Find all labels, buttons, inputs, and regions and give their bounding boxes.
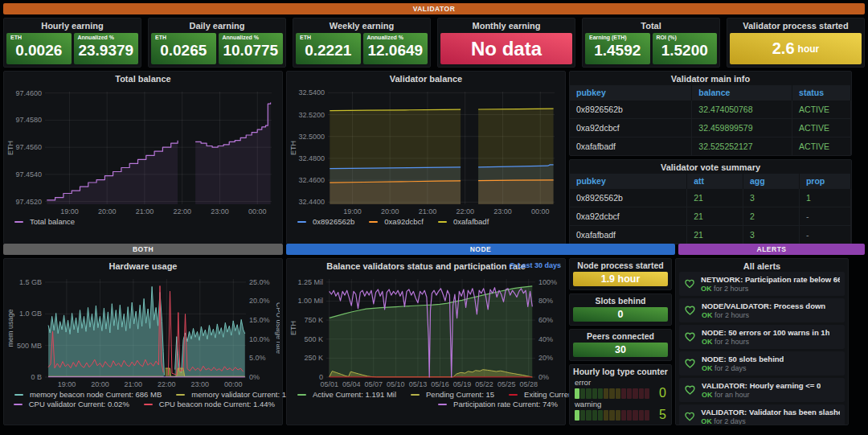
- log-gauge-cell: [604, 388, 608, 399]
- panel-title[interactable]: Weekly earning: [293, 18, 430, 32]
- legend-item[interactable]: Total balance: [11, 217, 75, 226]
- stat-label: ETH: [10, 35, 22, 40]
- svg-text:20:00: 20:00: [98, 207, 117, 215]
- panel-title[interactable]: Daily earning: [149, 18, 285, 32]
- log-gauge-cell: [575, 410, 579, 421]
- panel-title[interactable]: Monthly earning: [438, 18, 575, 32]
- alert-item[interactable]: NODE/VALIDATOR: Process downOK for 2 hou…: [679, 298, 845, 322]
- legend-item[interactable]: 0x8926562b: [294, 217, 354, 226]
- alert-item[interactable]: VALIDATOR: Validator has been slashedOK …: [679, 404, 845, 425]
- legend-item[interactable]: CPU validator Current: 0.02%: [10, 400, 129, 408]
- heart-icon: [684, 357, 696, 369]
- table-header-cell[interactable]: balance: [692, 85, 792, 101]
- log-gauge-cell: [616, 388, 620, 399]
- table-row[interactable]: 0xafafbadf213-: [570, 226, 851, 244]
- legend-label: 0x8926562b: [313, 217, 354, 226]
- panel-node-process-started: Node process started 1.9 hour: [569, 258, 672, 290]
- log-gauge-cell: [592, 388, 597, 399]
- log-gauge-cell: [604, 410, 608, 421]
- alert-status: OK for 2 days: [702, 364, 784, 372]
- panel-title[interactable]: Hardware usage: [6, 259, 280, 273]
- legend-row: Participation rate Current: 74%: [294, 400, 558, 408]
- panel-title[interactable]: Hourly earning: [4, 18, 141, 32]
- legend-item[interactable]: memory beacon node Current: 686 MB: [11, 390, 162, 399]
- svg-text:23:00: 23:00: [191, 380, 210, 388]
- svg-text:750 K: 750 K: [304, 316, 323, 324]
- panel-title[interactable]: Total: [583, 18, 719, 32]
- table-header-cell[interactable]: prop: [799, 174, 850, 189]
- panel-title[interactable]: Hourly log type counter: [570, 365, 671, 377]
- panel-title[interactable]: Validator main info: [570, 72, 851, 85]
- table-row[interactable]: 0x8926562b32.474050768ACTIVE: [570, 101, 851, 119]
- hardware-usage-chart[interactable]: 19:0020:0021:0022:0023:0000:000 B500 MB1…: [6, 273, 280, 390]
- row-header-alerts[interactable]: ALERTS: [678, 244, 865, 255]
- heart-icon: [684, 410, 695, 422]
- panel-title[interactable]: Node process started: [570, 259, 671, 271]
- svg-text:500 K: 500 K: [304, 335, 323, 343]
- panel-title[interactable]: Peers connected: [570, 330, 671, 342]
- panel-title[interactable]: Balance validators status and participat…: [326, 261, 526, 271]
- panel-weekly-earning: Weekly earning ETH 0.2221 Annualized % 1…: [293, 18, 431, 68]
- table-header-cell[interactable]: pubkey: [570, 85, 692, 101]
- panel-title[interactable]: Validator process started: [727, 18, 864, 32]
- panel-title[interactable]: Total balance: [6, 72, 280, 85]
- svg-text:250 K: 250 K: [304, 354, 323, 362]
- svg-text:0: 0: [319, 373, 323, 381]
- panel-title[interactable]: All alerts: [676, 259, 848, 271]
- stat-node-process-uptime: 1.9 hour: [573, 272, 668, 286]
- legend-item[interactable]: 0xa92dcbcf: [366, 217, 424, 226]
- log-gauge-cell: [627, 388, 632, 399]
- row-header-node[interactable]: NODE: [286, 244, 675, 255]
- table-header-cell[interactable]: att: [687, 174, 743, 189]
- alert-item[interactable]: VALIDATOR: Hourly earning <= 0OK for an …: [679, 378, 845, 402]
- svg-text:1.25 Mil: 1.25 Mil: [297, 278, 323, 286]
- stat-value: 2.6: [772, 39, 795, 58]
- table-row[interactable]: 0xa92dcbcf212-: [570, 207, 851, 226]
- stats-row: Hourly earning ETH 0.0026 Annualized % 2…: [3, 18, 865, 68]
- table-header-cell[interactable]: status: [792, 85, 851, 101]
- svg-text:05/13: 05/13: [409, 380, 428, 388]
- alert-item[interactable]: NODE: 50 slots behindOK for 2 days: [679, 351, 845, 375]
- balance-validators-chart[interactable]: 05/0105/0405/0705/1005/1305/1605/1905/22…: [289, 273, 563, 390]
- cell-value: ACTIVE: [792, 137, 851, 156]
- legend-item[interactable]: Participation rate Current: 74%: [435, 400, 558, 408]
- svg-text:ETH: ETH: [6, 141, 14, 155]
- table-header-cell[interactable]: pubkey: [570, 174, 687, 189]
- legend-item[interactable]: memory validator Current: 10 MB: [173, 390, 304, 399]
- legend-color-dash: [369, 221, 378, 223]
- log-gauge-cell: [633, 410, 637, 421]
- alert-item[interactable]: NODE: 50 errors or 100 warns in 1hOK for…: [679, 325, 845, 349]
- svg-text:1.0 GB: 1.0 GB: [19, 310, 42, 318]
- legend-item[interactable]: CPU beacon node Current: 1.44%: [141, 400, 275, 408]
- row-header-validator[interactable]: VALIDATOR: [3, 3, 865, 14]
- table-row[interactable]: 0x8926562b2131: [570, 189, 851, 207]
- svg-text:00:00: 00:00: [248, 207, 267, 215]
- section-headers: BOTH NODE ALERTS: [3, 244, 865, 255]
- svg-text:22:00: 22:00: [158, 380, 176, 388]
- row-header-both[interactable]: BOTH: [3, 244, 283, 255]
- legend-item[interactable]: Pending Current: 15: [407, 390, 494, 399]
- heart-icon: [684, 304, 696, 316]
- svg-text:97.4540: 97.4540: [15, 170, 42, 179]
- panel-title[interactable]: Validator balance: [289, 72, 563, 85]
- table-row[interactable]: 0xa92dcbcf32.459899579ACTIVE: [570, 119, 851, 137]
- svg-text:5.0%: 5.0%: [249, 354, 266, 362]
- table-row[interactable]: 0xafafbadf32.525252127ACTIVE: [570, 137, 851, 156]
- svg-text:40%: 40%: [538, 335, 553, 343]
- validator-balance-chart[interactable]: 19:0020:0021:0022:0023:0000:0032.440032.…: [289, 85, 563, 217]
- panel-title[interactable]: Slots behind: [570, 294, 671, 306]
- legend-label: Total balance: [30, 217, 75, 226]
- legend-item[interactable]: 0xafafbadf: [435, 217, 489, 226]
- legend-color-dash: [509, 394, 518, 396]
- svg-text:05/10: 05/10: [387, 380, 405, 388]
- legend-item[interactable]: Active Current: 1.191 Mil: [294, 390, 396, 399]
- total-balance-chart[interactable]: 19:0020:0021:0022:0023:0000:0097.452097.…: [6, 85, 280, 217]
- table-header-cell[interactable]: agg: [743, 174, 800, 189]
- alert-item[interactable]: NETWORK: Participation rate below 66%OK …: [679, 272, 845, 296]
- cell-pubkey: 0xa92dcbcf: [570, 119, 692, 137]
- time-range-link[interactable]: ◷ Last 30 days: [510, 261, 561, 269]
- svg-text:00:00: 00:00: [224, 380, 243, 388]
- cell-value: 32.474050768: [692, 101, 792, 119]
- right-table-stack: Validator main info pubkeybalancestatus0…: [569, 71, 852, 244]
- panel-title[interactable]: Validator vote summary: [570, 160, 851, 174]
